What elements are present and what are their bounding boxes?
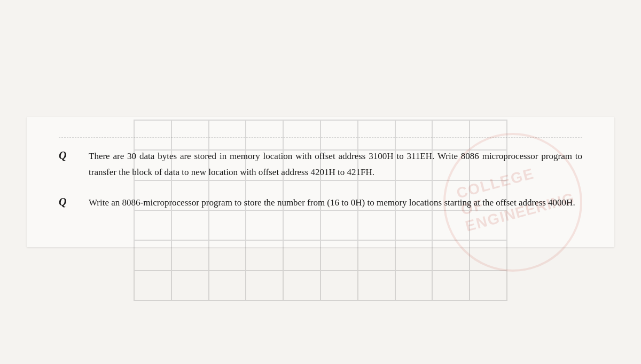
page-container: COLLEGEOFENGINEERING Q There are 30 data… bbox=[0, 0, 641, 364]
document-area: COLLEGEOFENGINEERING Q There are 30 data… bbox=[27, 117, 614, 247]
divider-top bbox=[59, 137, 582, 138]
question-1-block: Q There are 30 data bytes are stored in … bbox=[59, 148, 582, 180]
question-2-label: Q bbox=[59, 196, 80, 208]
question-2-block: Q Write an 8086-microprocessor program t… bbox=[59, 195, 582, 211]
question-1-label: Q bbox=[59, 149, 80, 162]
question-2-text: Write an 8086-microprocessor program to … bbox=[89, 195, 582, 211]
question-1-text: There are 30 data bytes are stored in me… bbox=[89, 148, 582, 180]
